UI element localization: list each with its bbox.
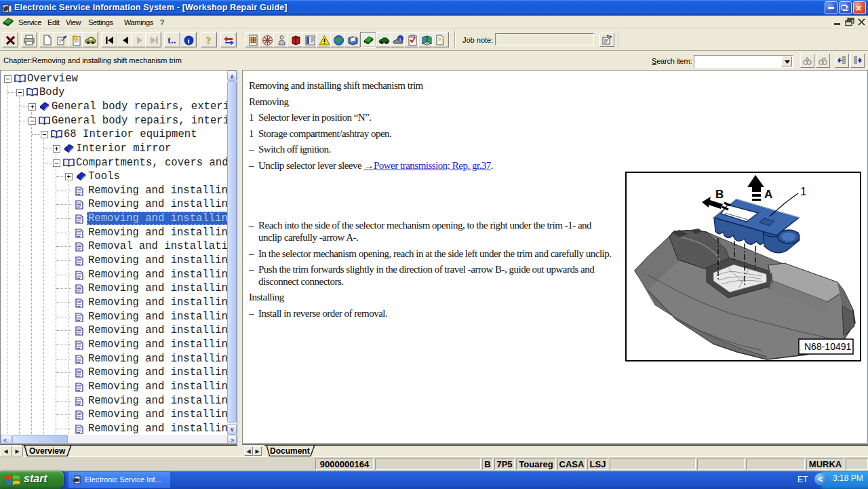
svg-text:A: A bbox=[764, 188, 772, 201]
svg-text:i: i bbox=[188, 37, 190, 45]
svg-text:N68-10491: N68-10491 bbox=[804, 341, 851, 352]
svg-text:?: ? bbox=[440, 37, 444, 46]
svg-text:t..: t.. bbox=[167, 35, 176, 45]
svg-text:1: 1 bbox=[800, 185, 806, 198]
svg-text:?: ? bbox=[205, 35, 211, 45]
svg-text:B: B bbox=[715, 188, 724, 201]
svg-text:i: i bbox=[399, 37, 401, 42]
